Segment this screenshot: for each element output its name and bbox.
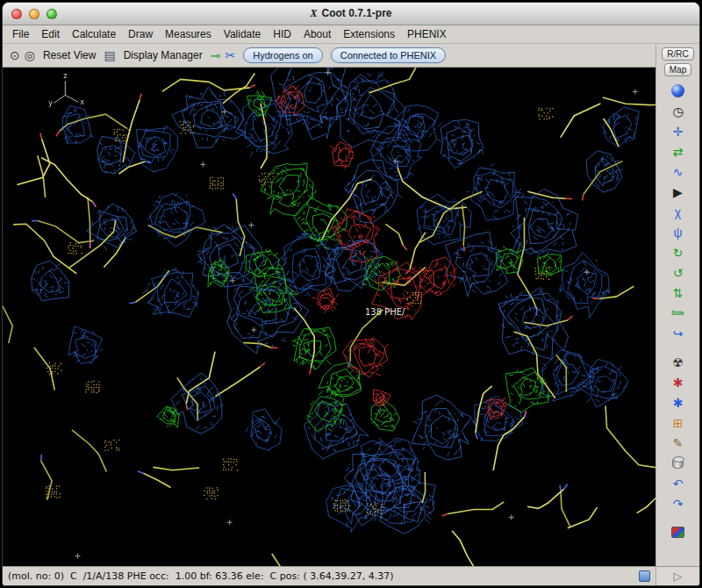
edit-chi-icon[interactable]: ↻ <box>666 242 691 262</box>
left-column: ⊙◎Reset View▤Display Manager⊸✂Hydrogens … <box>3 44 655 566</box>
clock-icon[interactable]: ◷ <box>666 101 691 121</box>
3d-viewport-canvas[interactable] <box>3 68 655 566</box>
bullseye-icon[interactable]: ⊙ <box>10 49 20 61</box>
redo-icon[interactable]: ↷ <box>666 493 691 513</box>
auto-fit-rotamer-icon[interactable]: χ <box>666 202 691 222</box>
menu-item-extensions[interactable]: Extensions <box>337 25 401 43</box>
view-sphere-icon-shape <box>671 84 684 97</box>
coot-window: XCoot 0.7.1-pre FileEditCalculateDrawMea… <box>2 2 700 586</box>
rrc-button[interactable]: R/RC <box>662 47 693 61</box>
regularize-icon[interactable]: ⇄ <box>666 141 691 161</box>
hydrogens-button[interactable]: Hydrogens on <box>243 47 323 63</box>
scissors-icon[interactable]: ✂ <box>225 49 235 61</box>
torsion-general-icon[interactable]: ↺ <box>666 262 691 283</box>
delete-item-icon[interactable] <box>666 453 691 473</box>
menu-item-measures[interactable]: Measures <box>159 25 218 43</box>
menu-item-phenix[interactable]: PHENIX <box>401 25 453 43</box>
toolbar: ⊙◎Reset View▤Display Manager⊸✂Hydrogens … <box>3 44 655 68</box>
menu-item-validate[interactable]: Validate <box>218 25 267 43</box>
rotamers-icon[interactable]: ψ <box>666 222 691 242</box>
target-circle-icon[interactable]: ◎ <box>25 49 35 61</box>
delete-item-icon-shape <box>672 457 684 469</box>
titlebar[interactable]: XCoot 0.7.1-pre <box>3 3 699 25</box>
x11-icon: X <box>310 7 317 20</box>
add-terminal-residue-icon[interactable]: ⊞ <box>666 412 691 433</box>
body-row: ⊙◎Reset View▤Display Manager⊸✂Hydrogens … <box>3 44 699 566</box>
menu-item-draw[interactable]: Draw <box>122 25 159 43</box>
display-manager-button[interactable]: Display Manager <box>120 47 206 63</box>
flip-peptide-icon[interactable]: ⇅ <box>666 283 691 303</box>
display-manager-icon[interactable]: ▤ <box>104 49 115 61</box>
view-sphere-icon[interactable] <box>666 81 691 101</box>
viewport: 138 PHE/ <box>3 68 655 566</box>
move-cross-icon[interactable]: ✛ <box>666 121 691 141</box>
reset-view-button[interactable]: Reset View <box>39 47 99 63</box>
menu-item-about[interactable]: About <box>297 25 337 43</box>
rigid-body-icon[interactable]: ∿ <box>666 161 691 182</box>
play-triangle-icon: ▷ <box>674 570 683 583</box>
menu-item-calculate[interactable]: Calculate <box>66 25 122 43</box>
right-icon-stack: ◷✛⇄∿▶χψ↻↺⇅Side↪☢✱✱⊞✎↶↷ <box>656 81 699 566</box>
map-button[interactable]: Map <box>664 63 691 76</box>
mutate-icon[interactable]: ✱ <box>666 372 691 392</box>
scrollbar-thumb[interactable] <box>639 570 650 582</box>
statusbar-text: (mol. no: 0) C /1/A/138 PHE occ: 1.00 bf… <box>3 570 639 582</box>
title-area: XCoot 0.7.1-pre <box>3 7 699 20</box>
jed-flip-icon[interactable]: ↪ <box>666 323 691 343</box>
mutate-autofit-icon[interactable]: ✱ <box>666 392 691 412</box>
undo-icon[interactable]: ↶ <box>666 473 691 493</box>
corner-box[interactable]: ▷ <box>655 567 699 585</box>
connected-phenix-button[interactable]: Connected to PHENIX <box>331 47 446 63</box>
status-row: (mol. no: 0) C /1/A/138 PHE occ: 1.00 bf… <box>3 566 699 585</box>
rotate-translate-icon[interactable]: ▶ <box>666 182 691 202</box>
menu-item-hid[interactable]: HID <box>267 25 297 43</box>
ligand-builder-icon[interactable] <box>666 522 691 542</box>
window-title: Coot 0.7.1-pre <box>322 7 392 19</box>
menu-item-file[interactable]: File <box>6 25 35 43</box>
key-icon[interactable]: ⊸ <box>211 49 221 61</box>
ligand-builder-icon-shape <box>671 527 684 538</box>
menu-item-edit[interactable]: Edit <box>35 25 66 43</box>
menubar: FileEditCalculateDrawMeasuresValidateHID… <box>3 25 699 44</box>
run-refmac-icon[interactable]: ☢ <box>666 352 691 372</box>
right-toolbar: R/RC Map ◷✛⇄∿▶χψ↻↺⇅Side↪☢✱✱⊞✎↶↷ <box>655 44 699 566</box>
add-alt-conf-icon[interactable]: ✎ <box>666 433 691 453</box>
side-chain-flip-icon[interactable]: Side <box>666 303 691 323</box>
